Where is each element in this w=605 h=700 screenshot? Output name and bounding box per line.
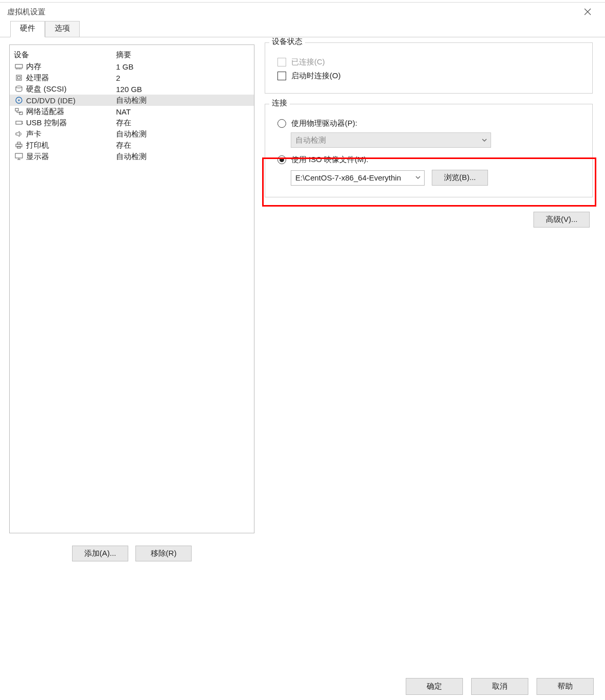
browse-button[interactable]: 浏览(B)... <box>432 170 488 186</box>
tabstrip: 硬件 选项 <box>0 21 605 37</box>
cd-icon <box>14 95 24 105</box>
device-summary: 自动检测 <box>116 129 250 139</box>
device-label: 打印机 <box>26 141 116 150</box>
device-row-usb[interactable]: USB 控制器 存在 <box>10 117 254 128</box>
memory-icon <box>14 61 24 72</box>
device-list: 内存 1 GB 处理器 2 硬盘 (SCSI) 120 GB <box>10 61 254 162</box>
device-summary: 存在 <box>116 141 250 150</box>
sound-icon <box>14 129 24 139</box>
col-header-device: 设备 <box>14 50 116 60</box>
device-row-network[interactable]: 网络适配器 NAT <box>10 106 254 117</box>
chevron-down-icon <box>481 136 487 145</box>
device-list-header: 设备 摘要 <box>10 49 254 61</box>
device-label: 声卡 <box>26 129 116 139</box>
svg-rect-2 <box>15 64 22 68</box>
svg-rect-14 <box>16 121 22 124</box>
physical-drive-combo: 自动检测 <box>291 132 491 148</box>
help-button[interactable]: 帮助 <box>537 678 594 695</box>
ok-button[interactable]: 确定 <box>406 678 463 695</box>
svg-point-11 <box>18 99 19 101</box>
device-row-memory[interactable]: 内存 1 GB <box>10 61 254 72</box>
dialog-footer: 确定 取消 帮助 <box>0 678 605 695</box>
iso-path-combo[interactable]: E:\CentOS-7-x86_64-Everythin <box>291 170 425 186</box>
titlebar: 虚拟机设置 <box>0 3 605 21</box>
content-area: 设备 摘要 内存 1 GB 处理器 2 <box>0 37 605 569</box>
device-summary: 120 GB <box>116 85 250 94</box>
display-icon <box>14 151 24 162</box>
checkbox-connect-on-start-label: 启动时连接(O) <box>291 71 341 81</box>
device-summary: NAT <box>116 107 250 116</box>
svg-point-9 <box>16 86 22 88</box>
device-label: CD/DVD (IDE) <box>26 96 116 105</box>
advanced-button[interactable]: 高级(V)... <box>533 212 590 228</box>
device-row-sound[interactable]: 声卡 自动检测 <box>10 128 254 140</box>
device-summary: 1 GB <box>116 62 250 71</box>
radio-iso[interactable] <box>277 155 286 164</box>
network-icon <box>14 106 24 117</box>
group-legend-connection: 连接 <box>269 98 290 108</box>
radio-physical-row[interactable]: 使用物理驱动器(P): <box>277 119 584 128</box>
device-label: 硬盘 (SCSI) <box>26 84 116 94</box>
svg-rect-7 <box>16 75 21 80</box>
iso-path-value: E:\CentOS-7-x86_64-Everythin <box>295 173 401 182</box>
radio-iso-label: 使用 ISO 映像文件(M): <box>291 155 368 165</box>
add-button[interactable]: 添加(A)... <box>72 546 128 561</box>
dialog-title: 虚拟机设置 <box>7 7 45 17</box>
device-summary: 存在 <box>116 118 250 128</box>
device-row-printer[interactable]: 打印机 存在 <box>10 140 254 151</box>
checkbox-connect-on-start-row[interactable]: 启动时连接(O) <box>277 71 584 81</box>
device-label: 网络适配器 <box>26 107 116 117</box>
connection-group: 连接 使用物理驱动器(P): 自动检测 使用 ISO 映像文件(M): <box>265 104 593 197</box>
device-row-display[interactable]: 显示器 自动检测 <box>10 151 254 162</box>
device-label: 内存 <box>26 62 116 72</box>
device-label: 处理器 <box>26 73 116 83</box>
printer-icon <box>14 140 24 150</box>
device-summary: 自动检测 <box>116 96 250 105</box>
device-row-cpu[interactable]: 处理器 2 <box>10 72 254 83</box>
device-label: 显示器 <box>26 152 116 162</box>
remove-button[interactable]: 移除(R) <box>135 546 192 561</box>
device-summary: 自动检测 <box>116 152 250 162</box>
svg-rect-8 <box>18 77 20 79</box>
checkbox-connected[interactable] <box>277 58 286 66</box>
left-pane-buttons: 添加(A)... 移除(R) <box>10 546 254 561</box>
tab-options[interactable]: 选项 <box>45 21 80 37</box>
col-header-summary: 摘要 <box>116 50 250 60</box>
usb-icon <box>14 118 24 128</box>
device-label: USB 控制器 <box>26 118 116 128</box>
svg-rect-12 <box>15 108 18 111</box>
tab-hardware[interactable]: 硬件 <box>10 21 45 37</box>
svg-rect-18 <box>17 142 20 144</box>
svg-rect-20 <box>15 153 22 158</box>
disk-icon <box>14 84 24 94</box>
radio-iso-row[interactable]: 使用 ISO 映像文件(M): <box>277 155 584 165</box>
checkbox-connect-on-start[interactable] <box>277 72 286 80</box>
cpu-icon <box>14 73 24 83</box>
cancel-button[interactable]: 取消 <box>471 678 528 695</box>
close-icon[interactable] <box>577 4 598 19</box>
physical-drive-value: 自动检测 <box>295 136 326 145</box>
checkbox-connected-label: 已连接(C) <box>291 57 325 67</box>
radio-physical-label: 使用物理驱动器(P): <box>291 119 357 128</box>
device-summary: 2 <box>116 74 250 82</box>
chevron-down-icon[interactable] <box>415 173 421 182</box>
device-row-disk[interactable]: 硬盘 (SCSI) 120 GB <box>10 83 254 95</box>
device-detail-panel: 设备状态 已连接(C) 启动时连接(O) 连接 使用物理驱动器(P): <box>262 37 596 559</box>
group-legend-status: 设备状态 <box>269 37 305 47</box>
device-status-group: 设备状态 已连接(C) 启动时连接(O) <box>265 42 593 94</box>
vm-settings-dialog: 虚拟机设置 硬件 选项 设备 摘要 内存 1 GB <box>0 2 605 700</box>
device-row-cddvd[interactable]: CD/DVD (IDE) 自动检测 <box>10 95 254 106</box>
checkbox-connected-row[interactable]: 已连接(C) <box>277 57 584 67</box>
device-list-panel: 设备 摘要 内存 1 GB 处理器 2 <box>9 44 254 533</box>
radio-physical[interactable] <box>277 119 286 128</box>
